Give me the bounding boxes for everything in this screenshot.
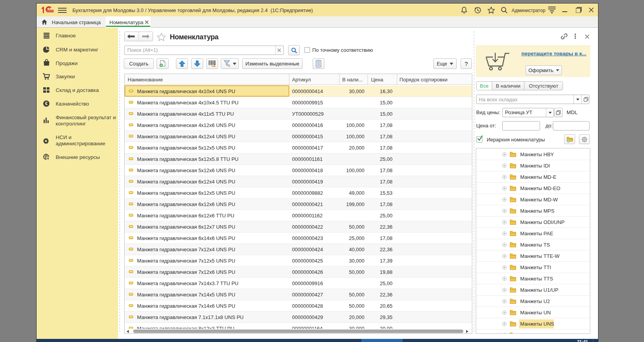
svg-text:€: €	[45, 101, 48, 106]
